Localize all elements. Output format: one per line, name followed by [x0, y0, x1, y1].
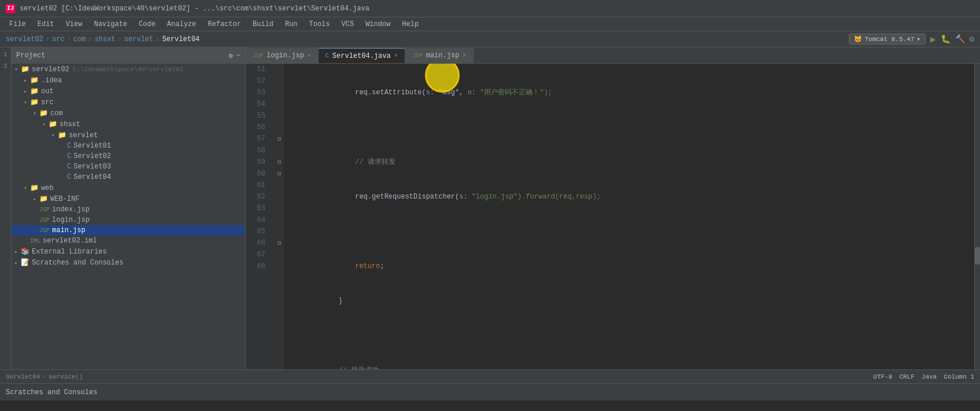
tree-item-out[interactable]: ▸ 📁 out — [12, 86, 245, 97]
debug-button[interactable]: 🐛 — [941, 34, 951, 44]
tree-label: web — [41, 184, 54, 192]
code-line-59: // 登录成功 — [289, 365, 970, 369]
tab-close-login[interactable]: × — [308, 53, 311, 59]
code-line-53: // 请求转发 — [289, 156, 970, 168]
tab-close-main[interactable]: × — [463, 53, 466, 59]
menu-item-refactor[interactable]: Refactor — [203, 19, 246, 30]
code-line-57: } — [289, 295, 970, 307]
nav-right: 🐱 Tomcat 8.5.47 ▾ ▶ 🐛 🔨 ⚙ — [849, 34, 974, 45]
tree-item-com[interactable]: ▾ 📁 com — [12, 108, 245, 119]
structure-btn[interactable]: 1 — [1, 50, 10, 59]
tomcat-label: Tomcat 8.5.47 — [864, 36, 914, 43]
code-line-56: return; — [289, 260, 970, 272]
menu-item-analyze[interactable]: Analyze — [162, 19, 201, 30]
status-bar: Servlet04 › service() UTF-8 CRLF Java Co… — [0, 369, 980, 383]
tree-label: Servlet04 — [73, 173, 111, 181]
run-button[interactable]: ▶ — [930, 34, 936, 45]
menu-item-view[interactable]: View — [61, 19, 87, 30]
breadcrumb-module[interactable]: servlet02 — [6, 35, 43, 43]
fold-66[interactable]: ⊟ — [275, 237, 284, 249]
tree-item-shsxt[interactable]: ▾ 📁 shsxt — [12, 119, 245, 130]
tree-label: main.jsp — [52, 226, 86, 234]
status-line-ending: CRLF — [899, 373, 914, 380]
tab-close-servlet04[interactable]: × — [394, 53, 398, 59]
menu-item-vcs[interactable]: VCS — [337, 19, 359, 30]
fold-60[interactable]: ⊟ — [275, 168, 284, 179]
tomcat-icon: 🐱 — [854, 35, 862, 43]
status-breadcrumb: Servlet04 › service() — [6, 373, 83, 380]
menu-bar: FileEditViewNavigateCodeAnalyzeRefactorB… — [0, 17, 980, 31]
tab-login-jsp[interactable]: JSP login.jsp × — [246, 48, 319, 63]
tab-label-main: main.jsp — [426, 52, 460, 60]
scratches-label[interactable]: Scratches and Consoles — [6, 388, 97, 397]
tree-item-servlet02[interactable]: ▾ 📁 servlet02 C:\IdeaWorkspace\40\servle… — [12, 64, 245, 75]
project-sidebar: Project ⚙ − ▾ 📁 servlet02 C:\IdeaWorkspa… — [12, 47, 246, 369]
menu-item-window[interactable]: Window — [361, 19, 395, 30]
tree-label: Servlet01 — [73, 142, 111, 150]
tree-item-login-jsp[interactable]: ▸ JSP login.jsp — [12, 215, 245, 225]
tab-icon-servlet04: C — [326, 53, 329, 59]
menu-item-navigate[interactable]: Navigate — [89, 19, 132, 30]
breadcrumb-com[interactable]: com — [73, 35, 86, 43]
menu-item-file[interactable]: File — [5, 19, 31, 30]
tree-item-iml[interactable]: ▸ IML servlet02.iml — [12, 236, 245, 246]
code-line-54: req.getRequestDispatcher(s: "login.jsp")… — [289, 191, 970, 203]
tab-label-servlet04: Servlet04.java — [332, 52, 391, 60]
tab-main-jsp[interactable]: JSP main.jsp × — [405, 48, 474, 63]
tomcat-badge[interactable]: 🐱 Tomcat 8.5.47 ▾ — [849, 34, 925, 45]
tab-icon-login: JSP — [253, 53, 263, 59]
status-class: Servlet04 — [6, 373, 40, 380]
fold-59[interactable]: ⊟ — [275, 156, 284, 168]
tree-item-idea[interactable]: ▸ 📁 .idea — [12, 75, 245, 86]
tree-item-servlet04[interactable]: ▸ C Servlet04 — [12, 172, 245, 182]
tree-label: External Libraries — [32, 248, 107, 256]
tab-servlet04[interactable]: C Servlet04.java × — [319, 48, 405, 63]
tree-item-src[interactable]: ▾ 📁 src — [12, 97, 245, 108]
menu-item-edit[interactable]: Edit — [33, 19, 59, 30]
fold-57[interactable]: ⊟ — [275, 133, 284, 145]
editor-scrollbar[interactable] — [974, 64, 980, 369]
tree-item-index-jsp[interactable]: ▸ JSP index.jsp — [12, 204, 245, 215]
menu-item-run[interactable]: Run — [280, 19, 302, 30]
tree-label: out — [41, 87, 54, 96]
status-column: Column 1 — [944, 373, 974, 380]
code-editor: 51 52 53 54 55 56 57 58 59 60 61 62 63 6… — [246, 64, 980, 369]
tomcat-dropdown-icon: ▾ — [916, 35, 920, 43]
status-method: service() — [49, 373, 83, 380]
code-content[interactable]: req.setAttribute(s: "msg", o: "用户密码不正确！"… — [284, 64, 974, 369]
scrollbar-thumb[interactable] — [975, 247, 980, 265]
code-line-51: req.setAttribute(s: "msg", o: "用户密码不正确！"… — [289, 87, 970, 98]
tree-item-servlet01[interactable]: ▸ C Servlet01 — [12, 141, 245, 151]
tree-label: servlet — [69, 131, 98, 140]
breadcrumb-servlet[interactable]: servlet — [124, 35, 153, 43]
editor-area: JSP login.jsp × C Servlet04.java × JSP m… — [246, 47, 980, 369]
breadcrumb: servlet02 › src › com › shsxt › servlet … — [6, 35, 199, 43]
sidebar-settings-icon[interactable]: ⚙ — [229, 52, 233, 60]
settings-button[interactable]: ⚙ — [970, 34, 974, 44]
breadcrumb-src[interactable]: src — [52, 35, 65, 43]
tree-label: WEB-INF — [50, 195, 79, 203]
sidebar-minimize-icon[interactable]: − — [236, 52, 241, 60]
tree-item-servlet-folder[interactable]: ▾ 📁 servlet — [12, 130, 245, 141]
tree-label: servlet02.iml — [43, 237, 97, 245]
favorites-btn[interactable]: 2 — [1, 61, 10, 71]
tree-item-webinf[interactable]: ▸ 📁 WEB-INF — [12, 193, 245, 204]
tree-item-scratches[interactable]: ▸ 📝 Scratches and Consoles — [12, 257, 245, 268]
breadcrumb-shsxt[interactable]: shsxt — [95, 35, 116, 43]
tree-item-main-jsp[interactable]: ▸ JSP main.jsp — [12, 225, 245, 236]
code-line-55 — [289, 226, 970, 237]
bottom-panel: Scratches and Consoles — [0, 383, 980, 401]
menu-item-tools[interactable]: Tools — [305, 19, 335, 30]
nav-bar: servlet02 › src › com › shsxt › servlet … — [0, 31, 980, 47]
tree-item-servlet02-class[interactable]: ▸ C Servlet02 — [12, 151, 245, 162]
tree-label: src — [41, 98, 54, 107]
tree-item-servlet03[interactable]: ▸ C Servlet03 — [12, 162, 245, 172]
menu-item-help[interactable]: Help — [397, 19, 423, 30]
tree-item-web[interactable]: ▾ 📁 web — [12, 182, 245, 193]
build-button[interactable]: 🔨 — [955, 34, 965, 44]
menu-item-build[interactable]: Build — [248, 19, 278, 30]
tree-item-ext-libs[interactable]: ▸ 📚 External Libraries — [12, 246, 245, 257]
menu-item-code[interactable]: Code — [134, 19, 160, 30]
tab-icon-main: JSP — [412, 53, 423, 59]
sidebar-title: Project — [16, 52, 45, 60]
